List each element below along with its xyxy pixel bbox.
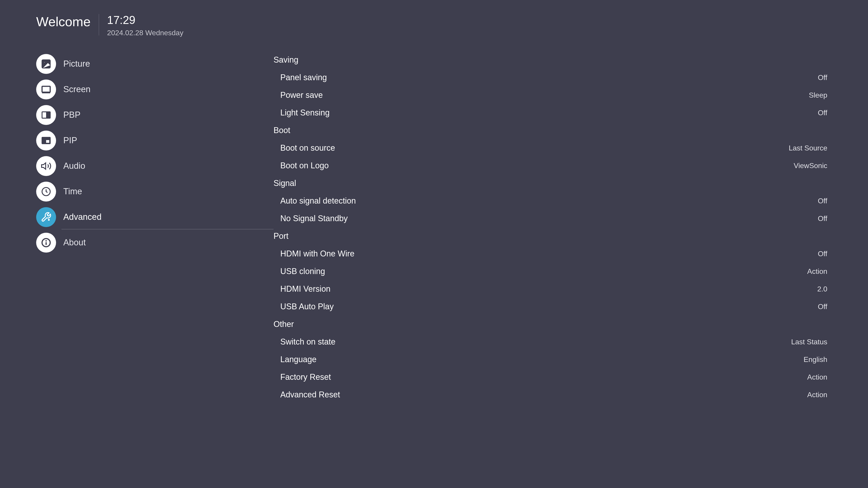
sidebar-item-label: Time [63,187,82,196]
setting-power-save[interactable]: Power save Sleep [274,86,827,104]
setting-label: USB Auto Play [280,302,334,311]
section-header-other: Other [274,315,827,333]
datetime: 17:29 2024.02.28 Wednesday [107,14,183,37]
setting-auto-signal-detection[interactable]: Auto signal detection Off [274,192,827,210]
setting-label: Boot on source [280,143,335,153]
section-header-boot: Boot [274,122,827,139]
svg-point-9 [48,219,50,221]
audio-icon [36,156,56,176]
setting-no-signal-standby[interactable]: No Signal Standby Off [274,210,827,227]
setting-label: Panel saving [280,73,327,82]
setting-value: Off [818,197,827,205]
setting-value: Action [807,391,827,399]
screen-icon [36,79,56,99]
sidebar-item-label: Picture [63,59,90,69]
svg-rect-7 [46,140,49,143]
sidebar-item-screen[interactable]: Screen [36,76,274,102]
setting-switch-on-state[interactable]: Switch on state Last Status [274,333,827,351]
setting-hdmi-version[interactable]: HDMI Version 2.0 [274,280,827,298]
picture-icon [36,54,56,74]
sidebar-item-label: Advanced [63,212,101,222]
section-header-port: Port [274,227,827,245]
setting-panel-saving[interactable]: Panel saving Off [274,69,827,86]
sidebar-item-label: PBP [63,110,81,120]
setting-label: HDMI Version [280,284,331,294]
svg-rect-5 [46,112,50,118]
setting-label: Language [280,355,316,364]
sidebar-item-picture[interactable]: Picture [36,51,274,76]
setting-value: Action [807,373,827,381]
sidebar-item-label: Screen [63,85,90,94]
sidebar-item-label: PIP [63,135,77,145]
setting-value: Last Status [791,338,827,346]
time-label: 17:29 [107,14,183,26]
setting-value: Off [818,215,827,223]
setting-usb-auto-play[interactable]: USB Auto Play Off [274,298,827,315]
header: Welcome 17:29 2024.02.28 Wednesday [0,0,868,37]
section-header-signal: Signal [274,174,827,192]
sidebar-item-label: About [63,238,86,248]
setting-light-sensing[interactable]: Light Sensing Off [274,104,827,122]
setting-value: Off [818,109,827,117]
setting-value: 2.0 [817,285,827,293]
svg-point-1 [44,62,45,63]
setting-value: ViewSonic [794,162,827,170]
sidebar-item-label: Audio [63,161,85,171]
pip-icon [36,131,56,151]
setting-value: English [804,355,827,364]
setting-value: Last Source [789,144,827,152]
setting-hdmi-one-wire[interactable]: HDMI with One Wire Off [274,245,827,263]
setting-value: Off [818,250,827,258]
sidebar-item-pbp[interactable]: PBP [36,102,274,128]
setting-value: Off [818,302,827,311]
advanced-icon [36,207,56,227]
setting-value: Sleep [809,91,827,99]
content-panel: Saving Panel saving Off Power save Sleep… [274,51,868,403]
header-divider [99,14,99,35]
setting-label: Power save [280,90,323,100]
setting-boot-on-logo[interactable]: Boot on Logo ViewSonic [274,157,827,174]
sidebar-item-advanced[interactable]: Advanced [36,204,274,230]
setting-value: Off [818,73,827,82]
svg-rect-2 [42,86,50,92]
setting-label: No Signal Standby [280,214,348,223]
setting-language[interactable]: Language English [274,351,827,368]
setting-label: HDMI with One Wire [280,249,354,258]
setting-label: Boot on Logo [280,161,329,170]
setting-value: Action [807,267,827,275]
about-icon [36,233,56,253]
setting-usb-cloning[interactable]: USB cloning Action [274,263,827,280]
setting-label: USB cloning [280,267,325,276]
sidebar: Picture Screen PBP [0,51,274,403]
date-label: 2024.02.28 Wednesday [107,29,183,37]
sidebar-item-time[interactable]: Time [36,179,274,204]
setting-label: Advanced Reset [280,390,340,399]
time-icon [36,182,56,201]
sidebar-item-about[interactable]: About [36,230,274,255]
welcome-label: Welcome [36,14,99,29]
sidebar-item-pip[interactable]: PIP [36,128,274,153]
setting-label: Switch on state [280,337,336,347]
setting-boot-on-source[interactable]: Boot on source Last Source [274,139,827,157]
setting-label: Factory Reset [280,372,331,382]
sidebar-item-audio[interactable]: Audio [36,153,274,179]
main-container: Picture Screen PBP [0,51,868,403]
pbp-icon [36,105,56,125]
setting-label: Light Sensing [280,108,330,118]
setting-label: Auto signal detection [280,196,356,205]
setting-factory-reset[interactable]: Factory Reset Action [274,368,827,386]
setting-advanced-reset[interactable]: Advanced Reset Action [274,386,827,403]
section-header-saving: Saving [274,51,827,69]
